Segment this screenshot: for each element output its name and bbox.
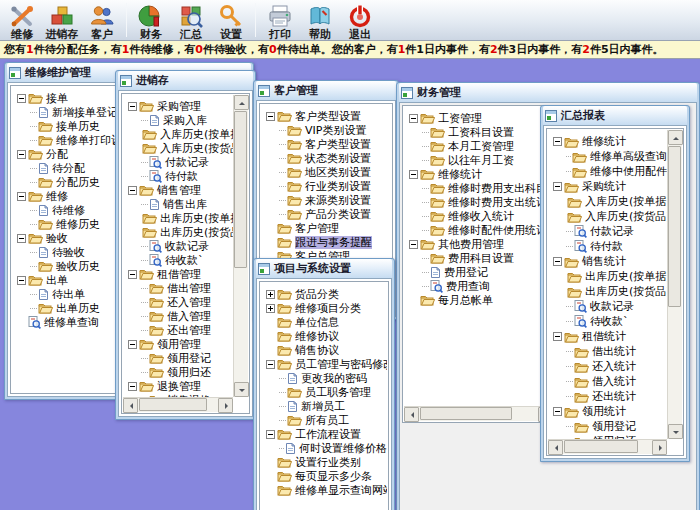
scrollbar-thumb[interactable] (139, 398, 207, 411)
tree-item[interactable]: 每月总帐单 (404, 293, 553, 307)
tree-item[interactable]: 借出管理 (123, 281, 233, 295)
tree-item[interactable]: 付款记录 (123, 155, 233, 169)
collapse-icon[interactable] (128, 186, 137, 195)
scroll-down-icon[interactable] (668, 424, 683, 439)
tree-item[interactable]: 员工职务管理 (261, 385, 387, 399)
collapse-icon[interactable] (553, 257, 562, 266)
tree-item[interactable]: 维修单显示查询网站 (261, 483, 387, 497)
collapse-icon[interactable] (409, 114, 418, 123)
tree-item[interactable]: 工资管理 (404, 111, 553, 125)
collapse-icon[interactable] (266, 430, 275, 439)
collapse-icon[interactable] (128, 382, 137, 391)
tree-item[interactable]: 出库历史(按单据) (123, 211, 233, 225)
tree-item[interactable]: 销售管理 (123, 183, 233, 197)
tree-item[interactable]: 还出管理 (123, 323, 233, 337)
collapse-icon[interactable] (128, 102, 137, 111)
scroll-down-icon[interactable] (234, 382, 249, 397)
vertical-scrollbar[interactable] (667, 130, 682, 439)
tree-item[interactable]: 何时设置维修价格 (261, 441, 387, 455)
tree-item[interactable]: 客户类型设置 (261, 109, 391, 123)
tree-item[interactable]: 领用统计 (548, 404, 667, 419)
collapse-icon[interactable] (553, 182, 562, 191)
tree-item[interactable]: 客户类型设置 (261, 137, 391, 151)
tree-item[interactable]: 销售出库 (123, 197, 233, 211)
tree-item[interactable]: 维修时配件使用统计 (404, 223, 553, 237)
tree-item[interactable]: 销售统计 (548, 254, 667, 269)
toolbar-button-customer[interactable]: 客户 (82, 1, 122, 39)
tree-item[interactable]: 单位信息 (261, 315, 387, 329)
window-titlebar[interactable]: 项目与系统设置 (256, 259, 392, 278)
tree-item[interactable]: 收款记录 (548, 299, 667, 314)
tree-item[interactable]: 以往年月工资 (404, 153, 553, 167)
collapse-icon[interactable] (266, 112, 275, 121)
window-titlebar[interactable]: 财务管理 (399, 83, 697, 102)
tree-item[interactable]: 设置行业类别 (261, 455, 387, 469)
tree-item[interactable]: 员工管理与密码修改 (261, 357, 387, 371)
tree-item[interactable]: 维修时费用支出科目 (404, 181, 553, 195)
collapse-icon[interactable] (128, 270, 137, 279)
tree-item[interactable]: 领用归还 (123, 365, 233, 379)
collapse-icon[interactable] (553, 407, 562, 416)
tree-item[interactable]: 待收款` (123, 253, 233, 267)
expand-icon[interactable] (266, 290, 275, 299)
vertical-scrollbar[interactable] (233, 95, 248, 397)
tree-item[interactable]: 状态类别设置 (261, 151, 391, 165)
tree-item[interactable]: 入库历史(按货品) (548, 209, 667, 224)
tree-item[interactable]: 付款记录 (548, 224, 667, 239)
tree-item[interactable]: 费用查询 (404, 279, 553, 293)
tree-item[interactable]: 费用登记 (404, 265, 553, 279)
tree-item[interactable]: 其他费用管理 (404, 237, 553, 251)
collapse-icon[interactable] (17, 234, 26, 243)
tree-item[interactable]: 维修协议 (261, 329, 387, 343)
tree-item[interactable]: 借入统计 (548, 374, 667, 389)
tree-item[interactable]: 待付款 (123, 169, 233, 183)
horizontal-scrollbar[interactable] (404, 406, 553, 421)
toolbar-button-print[interactable]: 打印 (260, 1, 300, 39)
tree-item[interactable]: 每页显示多少条 (261, 469, 387, 483)
collapse-icon[interactable] (17, 94, 26, 103)
toolbar-button-inventory[interactable]: 进销存 (42, 1, 82, 39)
tree-item[interactable]: 维修时费用支出统计 (404, 195, 553, 209)
scroll-right-icon[interactable] (652, 440, 667, 455)
tree-item[interactable]: 费用科目设置 (404, 251, 553, 265)
tree-item[interactable]: 入库历史(按单据) (548, 194, 667, 209)
tree-item[interactable]: 出库历史(按货品) (548, 284, 667, 299)
tree-item[interactable]: 租借管理 (123, 267, 233, 281)
toolbar-button-finance[interactable]: 财务 (131, 1, 171, 39)
tree-item[interactable]: 新增员工 (261, 399, 387, 413)
tree-item[interactable]: 维修中使用配件 (548, 164, 667, 179)
horizontal-scrollbar[interactable] (123, 397, 233, 412)
tree-item[interactable]: 采购管理 (123, 99, 233, 113)
tree-item[interactable]: 维修收入统计 (404, 209, 553, 223)
toolbar-button-summary[interactable]: 汇总 (171, 1, 211, 39)
collapse-icon[interactable] (17, 276, 26, 285)
tree-item[interactable]: 销售协议 (261, 343, 387, 357)
tree-item[interactable]: 采购统计 (548, 179, 667, 194)
window-titlebar[interactable]: 汇总报表 (543, 106, 687, 125)
tree-item[interactable]: 出库历史(按单据) (548, 269, 667, 284)
tree-item[interactable]: 行业类别设置 (261, 179, 391, 193)
tree-item[interactable]: VIP类别设置 (261, 123, 391, 137)
collapse-icon[interactable] (553, 332, 562, 341)
toolbar-button-help[interactable]: 帮助 (300, 1, 340, 39)
collapse-icon[interactable] (553, 137, 562, 146)
collapse-icon[interactable] (17, 150, 26, 159)
tree-item[interactable]: 退换管理 (123, 379, 233, 393)
tree-item[interactable]: 待收款` (548, 314, 667, 329)
window-titlebar[interactable]: 进销存 (118, 71, 253, 90)
tree-item[interactable]: 客户管理 (261, 221, 391, 235)
tree-item[interactable]: 领用登记 (548, 419, 667, 434)
collapse-icon[interactable] (266, 360, 275, 369)
tree-item[interactable]: 待付款 (548, 239, 667, 254)
scrollbar-thumb[interactable] (668, 146, 681, 307)
tree-item[interactable]: 领用管理 (123, 337, 233, 351)
scrollbar-thumb[interactable] (234, 111, 247, 268)
tree-item[interactable]: 维修统计 (404, 167, 553, 181)
tree-item[interactable]: 维修统计 (548, 134, 667, 149)
scroll-up-icon[interactable] (234, 95, 249, 110)
tree-item[interactable]: 借出统计 (548, 344, 667, 359)
tree-item[interactable]: 跟进与事务提醒 (261, 235, 391, 249)
tree-item[interactable]: 采购入库 (123, 113, 233, 127)
collapse-icon[interactable] (128, 340, 137, 349)
tree-item[interactable]: 所有员工 (261, 413, 387, 427)
